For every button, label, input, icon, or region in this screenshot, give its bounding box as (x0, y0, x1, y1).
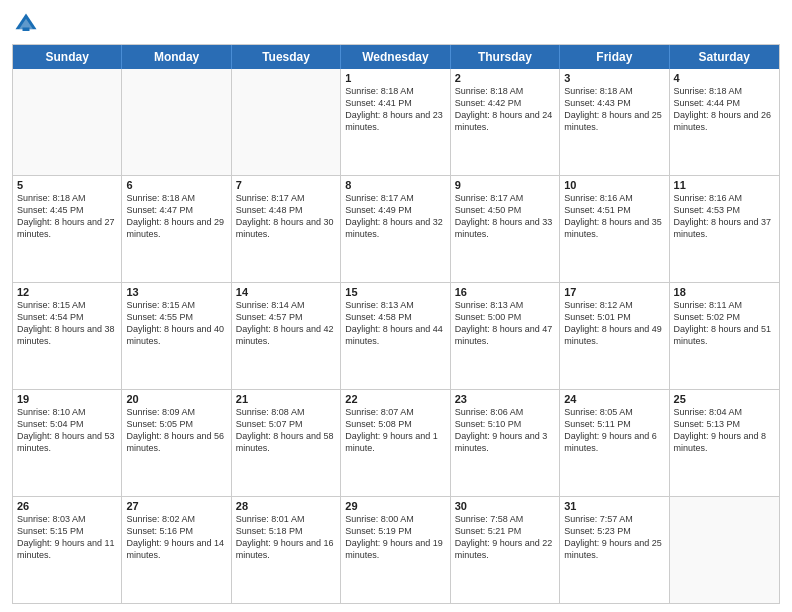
day-cell-29: 29Sunrise: 8:00 AM Sunset: 5:19 PM Dayli… (341, 497, 450, 603)
svg-rect-2 (23, 28, 30, 32)
weekday-header-tuesday: Tuesday (232, 45, 341, 69)
day-info: Sunrise: 8:04 AM Sunset: 5:13 PM Dayligh… (674, 406, 775, 455)
day-number: 9 (455, 179, 555, 191)
day-number: 26 (17, 500, 117, 512)
day-info: Sunrise: 8:13 AM Sunset: 5:00 PM Dayligh… (455, 299, 555, 348)
day-cell-22: 22Sunrise: 8:07 AM Sunset: 5:08 PM Dayli… (341, 390, 450, 496)
day-info: Sunrise: 8:07 AM Sunset: 5:08 PM Dayligh… (345, 406, 445, 455)
day-cell-27: 27Sunrise: 8:02 AM Sunset: 5:16 PM Dayli… (122, 497, 231, 603)
day-cell-5: 5Sunrise: 8:18 AM Sunset: 4:45 PM Daylig… (13, 176, 122, 282)
day-number: 6 (126, 179, 226, 191)
day-cell-4: 4Sunrise: 8:18 AM Sunset: 4:44 PM Daylig… (670, 69, 779, 175)
day-info: Sunrise: 8:10 AM Sunset: 5:04 PM Dayligh… (17, 406, 117, 455)
day-info: Sunrise: 8:18 AM Sunset: 4:45 PM Dayligh… (17, 192, 117, 241)
day-info: Sunrise: 7:58 AM Sunset: 5:21 PM Dayligh… (455, 513, 555, 562)
day-cell-empty-4-6 (670, 497, 779, 603)
day-info: Sunrise: 8:18 AM Sunset: 4:44 PM Dayligh… (674, 85, 775, 134)
day-number: 10 (564, 179, 664, 191)
day-cell-19: 19Sunrise: 8:10 AM Sunset: 5:04 PM Dayli… (13, 390, 122, 496)
day-info: Sunrise: 8:15 AM Sunset: 4:54 PM Dayligh… (17, 299, 117, 348)
day-info: Sunrise: 8:13 AM Sunset: 4:58 PM Dayligh… (345, 299, 445, 348)
day-info: Sunrise: 8:06 AM Sunset: 5:10 PM Dayligh… (455, 406, 555, 455)
day-info: Sunrise: 8:18 AM Sunset: 4:42 PM Dayligh… (455, 85, 555, 134)
day-number: 22 (345, 393, 445, 405)
day-number: 2 (455, 72, 555, 84)
weekday-header-saturday: Saturday (670, 45, 779, 69)
calendar-body: 1Sunrise: 8:18 AM Sunset: 4:41 PM Daylig… (13, 69, 779, 603)
day-number: 23 (455, 393, 555, 405)
day-cell-26: 26Sunrise: 8:03 AM Sunset: 5:15 PM Dayli… (13, 497, 122, 603)
day-info: Sunrise: 8:08 AM Sunset: 5:07 PM Dayligh… (236, 406, 336, 455)
day-cell-empty-0-0 (13, 69, 122, 175)
day-cell-15: 15Sunrise: 8:13 AM Sunset: 4:58 PM Dayli… (341, 283, 450, 389)
day-info: Sunrise: 8:09 AM Sunset: 5:05 PM Dayligh… (126, 406, 226, 455)
calendar-row-0: 1Sunrise: 8:18 AM Sunset: 4:41 PM Daylig… (13, 69, 779, 176)
day-number: 29 (345, 500, 445, 512)
day-cell-20: 20Sunrise: 8:09 AM Sunset: 5:05 PM Dayli… (122, 390, 231, 496)
day-number: 11 (674, 179, 775, 191)
day-cell-13: 13Sunrise: 8:15 AM Sunset: 4:55 PM Dayli… (122, 283, 231, 389)
day-cell-16: 16Sunrise: 8:13 AM Sunset: 5:00 PM Dayli… (451, 283, 560, 389)
day-number: 28 (236, 500, 336, 512)
day-cell-10: 10Sunrise: 8:16 AM Sunset: 4:51 PM Dayli… (560, 176, 669, 282)
day-cell-18: 18Sunrise: 8:11 AM Sunset: 5:02 PM Dayli… (670, 283, 779, 389)
weekday-header-sunday: Sunday (13, 45, 122, 69)
day-info: Sunrise: 8:17 AM Sunset: 4:50 PM Dayligh… (455, 192, 555, 241)
header (12, 10, 780, 38)
day-number: 14 (236, 286, 336, 298)
day-cell-7: 7Sunrise: 8:17 AM Sunset: 4:48 PM Daylig… (232, 176, 341, 282)
day-info: Sunrise: 8:17 AM Sunset: 4:49 PM Dayligh… (345, 192, 445, 241)
day-cell-28: 28Sunrise: 8:01 AM Sunset: 5:18 PM Dayli… (232, 497, 341, 603)
day-cell-8: 8Sunrise: 8:17 AM Sunset: 4:49 PM Daylig… (341, 176, 450, 282)
day-cell-23: 23Sunrise: 8:06 AM Sunset: 5:10 PM Dayli… (451, 390, 560, 496)
day-number: 19 (17, 393, 117, 405)
day-cell-24: 24Sunrise: 8:05 AM Sunset: 5:11 PM Dayli… (560, 390, 669, 496)
day-cell-empty-0-2 (232, 69, 341, 175)
day-info: Sunrise: 8:12 AM Sunset: 5:01 PM Dayligh… (564, 299, 664, 348)
day-number: 4 (674, 72, 775, 84)
day-info: Sunrise: 8:18 AM Sunset: 4:43 PM Dayligh… (564, 85, 664, 134)
day-cell-1: 1Sunrise: 8:18 AM Sunset: 4:41 PM Daylig… (341, 69, 450, 175)
day-number: 27 (126, 500, 226, 512)
day-info: Sunrise: 8:00 AM Sunset: 5:19 PM Dayligh… (345, 513, 445, 562)
logo (12, 10, 44, 38)
day-cell-11: 11Sunrise: 8:16 AM Sunset: 4:53 PM Dayli… (670, 176, 779, 282)
day-info: Sunrise: 8:11 AM Sunset: 5:02 PM Dayligh… (674, 299, 775, 348)
day-number: 31 (564, 500, 664, 512)
day-number: 17 (564, 286, 664, 298)
day-number: 18 (674, 286, 775, 298)
day-number: 20 (126, 393, 226, 405)
day-info: Sunrise: 8:17 AM Sunset: 4:48 PM Dayligh… (236, 192, 336, 241)
calendar-row-3: 19Sunrise: 8:10 AM Sunset: 5:04 PM Dayli… (13, 390, 779, 497)
day-info: Sunrise: 8:15 AM Sunset: 4:55 PM Dayligh… (126, 299, 226, 348)
day-cell-2: 2Sunrise: 8:18 AM Sunset: 4:42 PM Daylig… (451, 69, 560, 175)
day-cell-9: 9Sunrise: 8:17 AM Sunset: 4:50 PM Daylig… (451, 176, 560, 282)
calendar: SundayMondayTuesdayWednesdayThursdayFrid… (12, 44, 780, 604)
weekday-header-friday: Friday (560, 45, 669, 69)
day-cell-12: 12Sunrise: 8:15 AM Sunset: 4:54 PM Dayli… (13, 283, 122, 389)
day-number: 8 (345, 179, 445, 191)
logo-icon (12, 10, 40, 38)
day-number: 24 (564, 393, 664, 405)
calendar-row-1: 5Sunrise: 8:18 AM Sunset: 4:45 PM Daylig… (13, 176, 779, 283)
calendar-row-2: 12Sunrise: 8:15 AM Sunset: 4:54 PM Dayli… (13, 283, 779, 390)
day-cell-21: 21Sunrise: 8:08 AM Sunset: 5:07 PM Dayli… (232, 390, 341, 496)
calendar-header: SundayMondayTuesdayWednesdayThursdayFrid… (13, 45, 779, 69)
weekday-header-monday: Monday (122, 45, 231, 69)
day-cell-17: 17Sunrise: 8:12 AM Sunset: 5:01 PM Dayli… (560, 283, 669, 389)
day-info: Sunrise: 8:16 AM Sunset: 4:53 PM Dayligh… (674, 192, 775, 241)
day-number: 16 (455, 286, 555, 298)
day-cell-31: 31Sunrise: 7:57 AM Sunset: 5:23 PM Dayli… (560, 497, 669, 603)
weekday-header-wednesday: Wednesday (341, 45, 450, 69)
day-number: 21 (236, 393, 336, 405)
day-cell-14: 14Sunrise: 8:14 AM Sunset: 4:57 PM Dayli… (232, 283, 341, 389)
calendar-row-4: 26Sunrise: 8:03 AM Sunset: 5:15 PM Dayli… (13, 497, 779, 603)
day-number: 13 (126, 286, 226, 298)
day-info: Sunrise: 8:05 AM Sunset: 5:11 PM Dayligh… (564, 406, 664, 455)
day-cell-25: 25Sunrise: 8:04 AM Sunset: 5:13 PM Dayli… (670, 390, 779, 496)
day-info: Sunrise: 8:14 AM Sunset: 4:57 PM Dayligh… (236, 299, 336, 348)
page-container: SundayMondayTuesdayWednesdayThursdayFrid… (0, 0, 792, 612)
day-info: Sunrise: 8:02 AM Sunset: 5:16 PM Dayligh… (126, 513, 226, 562)
day-info: Sunrise: 8:16 AM Sunset: 4:51 PM Dayligh… (564, 192, 664, 241)
day-number: 12 (17, 286, 117, 298)
